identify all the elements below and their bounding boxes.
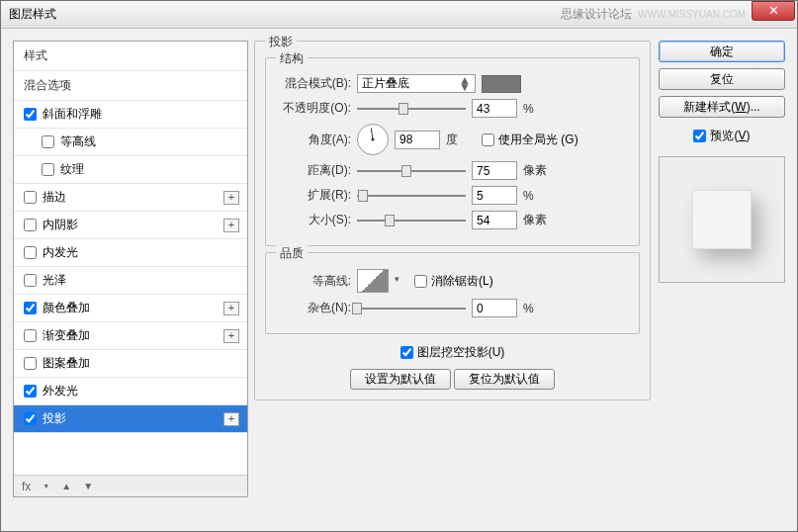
size-slider[interactable] — [357, 213, 466, 228]
style-checkbox[interactable] — [24, 219, 37, 231]
reset-default-button[interactable]: 复位为默认值 — [454, 369, 555, 390]
angle-label: 角度(A): — [276, 132, 351, 148]
drop-shadow-group: 投影 结构 混合模式(B): 正片叠底 ▲▼ 不透明度(O) — [254, 41, 651, 400]
size-input[interactable] — [472, 211, 517, 229]
set-default-button[interactable]: 设置为默认值 — [350, 369, 451, 390]
titlebar[interactable]: 图层样式 思缘设计论坛 WWW.MISSYUAN.COM ✕ — [1, 1, 797, 29]
move-up-icon[interactable]: ▲ — [61, 481, 71, 491]
style-label: 颜色叠加 — [43, 300, 90, 316]
ok-button[interactable]: 确定 — [659, 41, 785, 62]
new-style-button[interactable]: 新建样式(W)... — [659, 96, 785, 118]
style-item[interactable]: 斜面和浮雕 — [14, 101, 247, 129]
style-item[interactable]: 图案叠加 — [14, 350, 247, 378]
noise-input[interactable] — [472, 299, 517, 317]
distance-input[interactable] — [472, 161, 517, 180]
preview-checkbox[interactable]: 预览(V) — [659, 128, 785, 144]
style-label: 渐变叠加 — [43, 327, 90, 344]
styles-panel: 样式 混合选项 斜面和浮雕等高线纹理描边+内阴影+内发光光泽颜色叠加+渐变叠加+… — [13, 41, 248, 497]
quality-group: 品质 等高线: ▾ 消除锯齿(L) 杂色(N): % — [265, 252, 640, 334]
style-item[interactable]: 渐变叠加+ — [14, 322, 247, 350]
style-checkbox[interactable] — [24, 357, 37, 370]
style-label: 内阴影 — [43, 217, 78, 233]
spread-slider[interactable] — [357, 188, 466, 204]
add-effect-button[interactable]: + — [223, 329, 239, 343]
style-label: 纹理 — [60, 161, 84, 178]
style-checkbox[interactable] — [24, 274, 37, 287]
shadow-color-swatch[interactable] — [482, 75, 521, 93]
style-checkbox[interactable] — [24, 412, 37, 425]
style-item[interactable]: 描边+ — [14, 184, 247, 212]
styles-footer: fx▼ ▲ ▼ — [14, 475, 247, 496]
spread-input[interactable] — [472, 186, 517, 205]
styles-header[interactable]: 样式 — [14, 42, 247, 71]
style-checkbox[interactable] — [24, 302, 37, 314]
distance-label: 距离(D): — [276, 162, 351, 179]
style-item[interactable]: 纹理 — [14, 156, 247, 184]
layer-style-dialog: 图层样式 思缘设计论坛 WWW.MISSYUAN.COM ✕ 样式 混合选项 斜… — [0, 0, 798, 532]
watermark: WWW.MISSYUAN.COM — [638, 9, 746, 20]
fx-label[interactable]: fx — [22, 480, 31, 493]
preview-swatch — [692, 190, 752, 249]
contour-picker[interactable]: ▾ — [357, 269, 389, 293]
style-label: 外发光 — [43, 383, 78, 399]
close-button[interactable]: ✕ — [752, 1, 795, 21]
style-checkbox[interactable] — [24, 191, 37, 204]
style-checkbox[interactable] — [42, 163, 54, 176]
style-checkbox[interactable] — [42, 135, 54, 148]
global-light-checkbox[interactable]: 使用全局光 (G) — [482, 132, 578, 148]
style-item[interactable]: 外发光 — [14, 378, 247, 405]
forum-text: 思缘设计论坛 — [561, 6, 632, 23]
antialias-checkbox[interactable]: 消除锯齿(L) — [414, 273, 493, 290]
distance-slider[interactable] — [357, 163, 466, 179]
add-effect-button[interactable]: + — [223, 191, 239, 205]
add-effect-button[interactable]: + — [223, 412, 239, 426]
style-label: 图案叠加 — [43, 355, 90, 372]
style-item[interactable]: 光泽 — [14, 267, 247, 295]
style-item[interactable]: 内阴影+ — [14, 212, 247, 239]
move-down-icon[interactable]: ▼ — [83, 481, 93, 491]
style-checkbox[interactable] — [24, 108, 37, 121]
window-title: 图层样式 — [9, 6, 56, 23]
noise-slider[interactable] — [357, 301, 466, 316]
blend-mode-label: 混合模式(B): — [276, 75, 351, 92]
style-label: 描边 — [43, 189, 66, 206]
style-checkbox[interactable] — [24, 329, 37, 342]
style-label: 等高线 — [60, 133, 96, 150]
opacity-label: 不透明度(O): — [276, 100, 351, 117]
contour-label: 等高线: — [276, 273, 351, 290]
style-item[interactable]: 颜色叠加+ — [14, 295, 247, 322]
add-effect-button[interactable]: + — [223, 219, 239, 232]
panel-title: 投影 — [265, 34, 297, 50]
style-checkbox[interactable] — [24, 385, 37, 398]
blend-mode-select[interactable]: 正片叠底 ▲▼ — [357, 74, 476, 93]
style-label: 投影 — [43, 410, 66, 427]
knockout-checkbox[interactable]: 图层挖空投影(U) — [400, 344, 505, 361]
opacity-slider[interactable] — [357, 101, 466, 117]
quality-title: 品质 — [276, 245, 308, 262]
angle-input[interactable] — [395, 131, 440, 149]
blend-options[interactable]: 混合选项 — [14, 71, 247, 101]
style-checkbox[interactable] — [24, 246, 37, 259]
style-label: 斜面和浮雕 — [43, 106, 102, 123]
size-label: 大小(S): — [276, 212, 351, 228]
style-item[interactable]: 投影+ — [14, 405, 247, 433]
cancel-button[interactable]: 复位 — [659, 68, 785, 90]
add-effect-button[interactable]: + — [223, 302, 239, 315]
right-panel: 确定 复位 新建样式(W)... 预览(V) — [659, 41, 785, 497]
style-label: 光泽 — [43, 272, 66, 289]
angle-dial[interactable] — [357, 124, 389, 155]
style-item[interactable]: 等高线 — [14, 129, 247, 156]
opacity-input[interactable] — [472, 99, 517, 118]
spread-label: 扩展(R): — [276, 187, 351, 204]
preview-box — [659, 156, 785, 283]
structure-group: 结构 混合模式(B): 正片叠底 ▲▼ 不透明度(O): — [265, 57, 640, 246]
noise-label: 杂色(N): — [276, 300, 351, 316]
style-item[interactable]: 内发光 — [14, 239, 247, 267]
structure-title: 结构 — [276, 50, 308, 67]
style-label: 内发光 — [43, 244, 78, 261]
